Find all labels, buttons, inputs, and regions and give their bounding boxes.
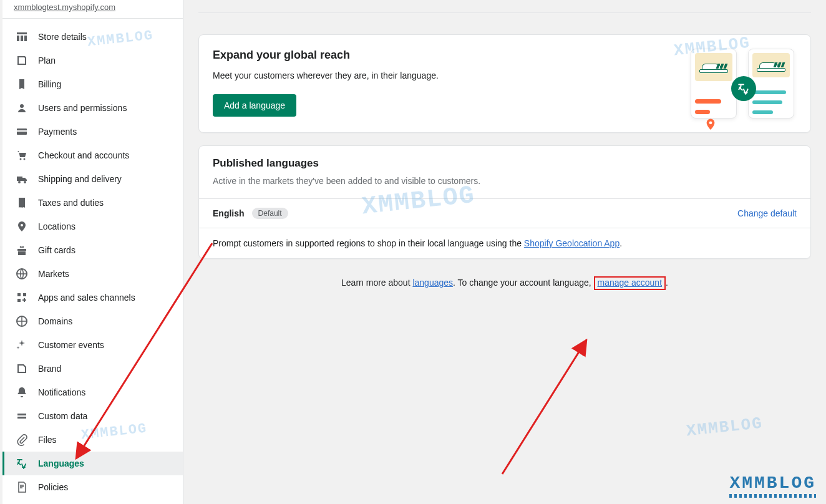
top-divider (198, 12, 811, 13)
sidebar-item-label: Billing (38, 79, 61, 89)
sidebar-item-notifications[interactable]: Notifications (2, 380, 183, 404)
sidebar-item-files[interactable]: Files (2, 428, 183, 452)
svg-point-3 (20, 158, 22, 160)
sidebar-item-billing[interactable]: Billing (2, 72, 183, 96)
sidebar-item-apps[interactable]: Apps and sales channels (2, 286, 183, 309)
settings-nav: Store details Plan Billing Users and per… (2, 19, 183, 504)
illustration-card-left (691, 49, 737, 119)
store-url[interactable]: xmmblogtest.myshopify.com (2, 0, 183, 19)
change-default-link[interactable]: Change default (737, 208, 797, 218)
sidebar-item-label: Gift cards (38, 245, 75, 255)
published-languages-card: Published languages Active in the market… (198, 145, 811, 259)
geolocation-app-link[interactable]: Shopify Geolocation App (524, 238, 620, 248)
svg-rect-10 (17, 299, 21, 302)
sidebar-item-label: Files (38, 435, 57, 445)
sidebar-item-checkout[interactable]: Checkout and accounts (2, 143, 183, 167)
sidebar-item-brand[interactable]: Brand (2, 357, 183, 380)
expand-reach-card: Expand your global reach Meet your custo… (198, 34, 811, 133)
foot-mid: . To change your account language, (453, 278, 593, 288)
sidebar-item-users[interactable]: Users and permissions (2, 96, 183, 120)
bell-icon (16, 386, 28, 399)
note-pre: Prompt customers in supported regions to… (213, 238, 524, 248)
receipt-icon (16, 196, 28, 209)
hero-illustration (691, 49, 797, 119)
sidebar-item-taxes[interactable]: Taxes and duties (2, 191, 183, 215)
brand-icon (16, 362, 28, 375)
svg-point-0 (20, 104, 24, 108)
sidebar-item-label: Customer events (38, 340, 104, 350)
sidebar-item-gift-cards[interactable]: Gift cards (2, 238, 183, 262)
gift-icon (16, 244, 28, 256)
sidebar-item-label: Policies (38, 482, 68, 492)
settings-sidebar: xmmblogtest.myshopify.com Store details … (2, 0, 183, 504)
note-post: . (620, 238, 622, 248)
payments-icon (16, 125, 28, 138)
sidebar-item-label: Apps and sales channels (38, 293, 135, 303)
sidebar-item-label: Store details (38, 32, 87, 42)
sidebar-item-label: Notifications (38, 387, 85, 397)
hero-subtitle: Meet your customers wherever they are, i… (213, 70, 439, 80)
published-title: Published languages (213, 157, 797, 170)
globe-icon (16, 268, 28, 280)
domain-icon (16, 315, 28, 327)
sidebar-item-custom-data[interactable]: Custom data (2, 404, 183, 428)
sidebar-item-domains[interactable]: Domains (2, 309, 183, 333)
manage-account-highlight: manage account (594, 276, 666, 290)
plan-icon (16, 54, 28, 67)
user-icon (16, 102, 28, 114)
sidebar-item-label: Locations (38, 221, 75, 231)
translate-icon (16, 457, 28, 470)
sidebar-item-policies[interactable]: Policies (2, 475, 183, 499)
billing-icon (16, 78, 28, 90)
svg-point-6 (24, 181, 26, 183)
sidebar-item-label: Payments (38, 127, 77, 137)
main-content: Expand your global reach Meet your custo… (183, 0, 826, 504)
sidebar-item-store-details[interactable]: Store details (2, 25, 183, 49)
sidebar-item-languages[interactable]: Languages (2, 452, 183, 475)
sidebar-item-shipping[interactable]: Shipping and delivery (2, 167, 183, 191)
sidebar-item-label: Taxes and duties (38, 198, 104, 208)
attachment-icon (16, 434, 28, 446)
sidebar-item-markets[interactable]: Markets (2, 262, 183, 286)
learn-more-footer: Learn more about languages. To change yo… (198, 276, 811, 290)
svg-rect-8 (17, 293, 21, 296)
sidebar-item-label: Users and permissions (38, 103, 127, 113)
manage-account-link[interactable]: manage account (598, 278, 663, 288)
language-row: English Default Change default (199, 198, 810, 228)
truck-icon (16, 173, 28, 185)
sidebar-item-label: Languages (38, 458, 84, 468)
svg-rect-9 (23, 293, 26, 296)
languages-link[interactable]: languages (412, 278, 453, 288)
store-icon (16, 31, 28, 43)
foot-pre: Learn more about (341, 278, 412, 288)
sidebar-item-label: Checkout and accounts (38, 150, 129, 160)
sidebar-item-label: Shipping and delivery (38, 174, 122, 184)
sidebar-item-label: Markets (38, 269, 69, 279)
sidebar-item-locations[interactable]: Locations (2, 215, 183, 238)
hero-title: Expand your global reach (213, 49, 439, 62)
sparkle-icon (16, 339, 28, 351)
apps-icon (16, 291, 28, 304)
sidebar-item-label: Plan (38, 56, 56, 65)
sidebar-item-label: Domains (38, 316, 72, 326)
sidebar-item-plan[interactable]: Plan (2, 49, 183, 72)
data-icon (16, 410, 28, 422)
location-pin-icon (706, 119, 716, 133)
geolocation-note: Prompt customers in supported regions to… (199, 228, 810, 258)
sidebar-item-label: Custom data (38, 411, 87, 421)
sidebar-item-customer-events[interactable]: Customer events (2, 333, 183, 357)
svg-rect-2 (17, 130, 27, 132)
add-language-button[interactable]: Add a language (213, 94, 296, 117)
translate-badge-icon (731, 76, 756, 101)
sidebar-item-label: Brand (38, 364, 61, 374)
pin-icon (16, 220, 28, 233)
published-desc: Active in the markets they've been added… (213, 176, 797, 186)
sidebar-item-payments[interactable]: Payments (2, 120, 183, 143)
language-name: English (213, 208, 245, 218)
foot-post: . (666, 278, 668, 288)
svg-point-4 (24, 158, 26, 160)
svg-point-5 (18, 181, 21, 183)
cart-icon (16, 149, 28, 162)
default-badge: Default (252, 208, 288, 219)
policy-icon (16, 481, 28, 493)
